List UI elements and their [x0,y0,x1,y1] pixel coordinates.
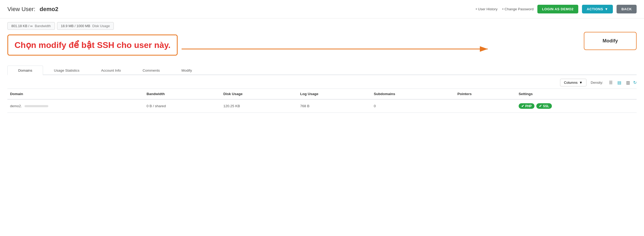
ssl-badge[interactable]: ✔ SSL [536,103,552,109]
density-list-button[interactable]: ☰ [607,79,614,86]
tab-modify[interactable]: Modify [171,66,203,75]
bandwidth-value: 801.18 KB / ∞ [11,24,33,28]
cell-subdomains: 0 [371,99,455,113]
columns-button[interactable]: Columns ▼ [560,79,586,86]
cell-domain: demo2. [7,99,144,113]
annotation-area: Chọn modify để bật SSH cho user này. Mod… [7,35,637,61]
cell-bandwidth: 0 B / shared [144,99,221,113]
refresh-button[interactable]: ↻ [633,80,637,85]
disk-usage-label: Disk Usage [92,24,110,28]
header-left: View User: demo2 [7,6,58,13]
modify-box[interactable]: Modify [584,32,637,50]
density-label: Density: [591,81,603,85]
annotation-box: Chọn modify để bật SSH cho user này. [7,35,178,56]
disk-usage-value: 18.9 MB / 1000 MB [61,24,90,28]
change-password-link[interactable]: Change Password [502,7,534,11]
header-links: User History Change Password [476,7,534,11]
cell-pointers [455,99,516,113]
page-title: View User: [7,6,35,13]
ssl-check-icon: ✔ [539,104,542,108]
toolbar: Columns ▼ Density: ☰ ▤ ▥ ↻ [0,75,644,88]
tab-usage-statistics[interactable]: Usage Statistics [43,66,90,75]
cell-settings: ✔ PHP ✔ SSL [516,99,637,113]
actions-button[interactable]: ACTIONS ▼ [582,5,613,13]
col-settings: Settings [516,89,637,100]
tab-comments[interactable]: Comments [132,66,171,75]
back-button[interactable]: BACK [617,5,637,13]
tab-account-info[interactable]: Account Info [90,66,132,75]
table-header: Domain Bandwidth Disk Usage Log Usage Su… [7,89,637,100]
header-right: User History Change Password LOGIN AS DE… [476,5,637,13]
table-row: demo2. 0 B / shared 120.25 KB 768 B 0 ✔ … [7,99,637,113]
domain-bar [25,105,48,107]
col-disk-usage: Disk Usage [221,89,297,100]
tab-domains[interactable]: Domains [7,66,43,75]
domains-table: Domain Bandwidth Disk Usage Log Usage Su… [7,88,637,113]
php-check-icon: ✔ [521,104,524,108]
table-body: demo2. 0 B / shared 120.25 KB 768 B 0 ✔ … [7,99,637,113]
density-icons: ☰ ▤ ▥ ↻ [607,79,637,86]
col-pointers: Pointers [455,89,516,100]
columns-label: Columns [564,81,577,85]
col-bandwidth: Bandwidth [144,89,221,100]
header: View User: demo2 User History Change Pas… [0,0,644,18]
modify-label: Modify [603,38,618,43]
col-log-usage: Log Usage [297,89,371,100]
user-history-link[interactable]: User History [476,7,498,11]
tab-nav: Domains Usage Statistics Account Info Co… [7,66,637,75]
php-badge[interactable]: ✔ PHP [519,103,534,109]
annotation-text: Chọn modify để bật SSH cho user này. [15,40,171,50]
col-subdomains: Subdomains [371,89,455,100]
chevron-down-icon: ▼ [605,7,608,11]
cell-disk-usage: 120.25 KB [221,99,297,113]
col-domain: Domain [7,89,144,100]
cell-log-usage: 768 B [297,99,371,113]
table-area: Domain Bandwidth Disk Usage Log Usage Su… [0,88,644,113]
bandwidth-stat: 801.18 KB / ∞ Bandwidth [7,22,55,30]
columns-chevron-icon: ▼ [579,81,583,85]
ssl-label: SSL [543,104,549,108]
login-as-button[interactable]: LOGIN AS DEMO2 [537,5,578,13]
density-compact-button[interactable]: ▥ [624,79,632,86]
stats-bar: 801.18 KB / ∞ Bandwidth 18.9 MB / 1000 M… [0,18,644,30]
disk-usage-stat: 18.9 MB / 1000 MB Disk Usage [57,22,114,30]
domain-name: demo2. [10,104,22,108]
bandwidth-label: Bandwidth [35,24,51,28]
username-label: demo2 [40,6,58,13]
php-label: PHP [525,104,532,108]
density-comfortable-button[interactable]: ▤ [616,79,623,86]
